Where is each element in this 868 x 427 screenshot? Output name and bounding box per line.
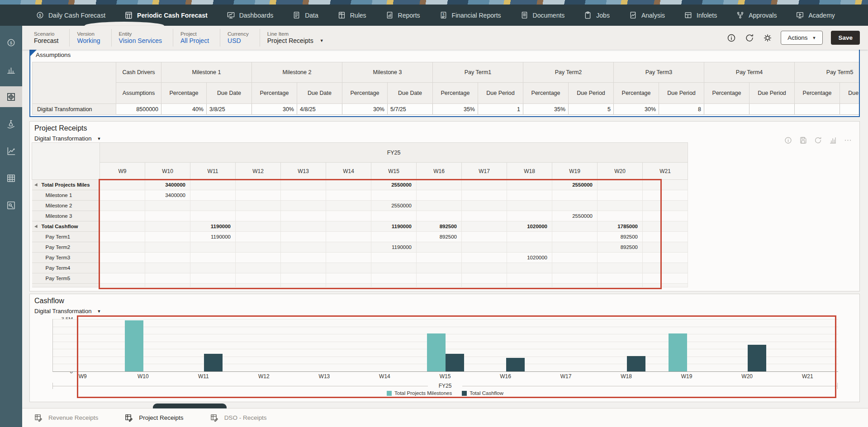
- chart-bar-total-cashflow-w18[interactable]: [627, 356, 645, 371]
- grid-cell[interactable]: [643, 221, 688, 232]
- grid-cell[interactable]: [598, 190, 643, 201]
- grid-cell[interactable]: [281, 253, 326, 263]
- grid-cell[interactable]: [326, 273, 371, 284]
- grid-cell[interactable]: [507, 273, 552, 284]
- grid-cell[interactable]: [100, 242, 145, 253]
- grid-cell[interactable]: [643, 201, 688, 211]
- grid-cell[interactable]: [643, 211, 688, 221]
- grid-cell[interactable]: [281, 263, 326, 273]
- grid-cell[interactable]: 2550000: [552, 180, 598, 190]
- pov-member-value[interactable]: Forecast: [34, 37, 58, 45]
- grid-cell[interactable]: [643, 190, 688, 201]
- nav-tab-infolets[interactable]: Infolets: [674, 5, 726, 26]
- grid-row-header-pay-term1[interactable]: Pay Term1: [32, 232, 100, 242]
- grid-cell[interactable]: 3400000: [145, 190, 190, 201]
- grid-cell[interactable]: [100, 221, 145, 232]
- nav-tab-analysis[interactable]: Analysis: [619, 5, 674, 26]
- grid-cell[interactable]: [100, 190, 145, 201]
- grid-cell[interactable]: [598, 201, 643, 211]
- grid-cell[interactable]: [145, 201, 190, 211]
- assumptions-cell[interactable]: 30%: [342, 104, 388, 115]
- grid-cell[interactable]: 1190000: [190, 221, 236, 232]
- grid-cell[interactable]: [326, 242, 371, 253]
- grid-cell[interactable]: [145, 242, 190, 253]
- grid-cell[interactable]: [462, 190, 507, 201]
- assumptions-cell[interactable]: [795, 104, 840, 115]
- legend-item-total-cashflow[interactable]: Total Cashflow: [462, 390, 503, 396]
- grid-cell[interactable]: [507, 263, 552, 273]
- grid-cell[interactable]: [462, 221, 507, 232]
- bottom-tab-dso-receipts[interactable]: DSO - Receipts: [210, 413, 267, 422]
- grid-cell[interactable]: [100, 273, 145, 284]
- grid-cell[interactable]: [417, 180, 462, 190]
- grid-cell[interactable]: 892500: [417, 221, 462, 232]
- grid-cell[interactable]: 2550000: [371, 201, 417, 211]
- grid-cell[interactable]: [552, 263, 598, 273]
- pov-member-value[interactable]: USD: [228, 37, 249, 45]
- grid-cell[interactable]: [417, 273, 462, 284]
- collapse-triangle-icon[interactable]: [34, 183, 39, 188]
- chart-bar-total-projects-milestones-w15[interactable]: [427, 333, 446, 372]
- sidebar-item-bar-chart[interactable]: [0, 59, 22, 80]
- nav-tab-documents[interactable]: Documents: [511, 5, 574, 26]
- grid-cell[interactable]: [281, 211, 326, 221]
- grid-cell[interactable]: 1190000: [371, 242, 417, 253]
- assumptions-cell[interactable]: 5/7/25: [388, 104, 433, 115]
- chart-bar-total-projects-milestones-w19[interactable]: [669, 333, 687, 372]
- grid-cell[interactable]: [371, 211, 417, 221]
- grid-cell[interactable]: [417, 211, 462, 221]
- grid-row-header-total-projects-miles[interactable]: Total Projects Miles: [32, 180, 100, 190]
- grid-cell[interactable]: [598, 211, 643, 221]
- grid-cell[interactable]: [417, 253, 462, 263]
- grid-cell[interactable]: 892500: [417, 232, 462, 242]
- pov-member-value[interactable]: All Project: [180, 37, 209, 45]
- grid-cell[interactable]: 2550000: [552, 211, 598, 221]
- grid-cell[interactable]: [552, 253, 598, 263]
- grid-cell[interactable]: [326, 253, 371, 263]
- save-button[interactable]: Save: [831, 31, 860, 45]
- nav-tab-dashboards[interactable]: Dashboards: [217, 5, 283, 26]
- grid-row-header-milestone-3[interactable]: Milestone 3: [32, 211, 100, 221]
- grid-cell[interactable]: [552, 273, 598, 284]
- assumptions-cell[interactable]: 30%: [252, 104, 297, 115]
- grid-cell[interactable]: [462, 180, 507, 190]
- grid-cell[interactable]: [643, 263, 688, 273]
- assumptions-cell[interactable]: 8500000: [116, 104, 161, 115]
- chart-icon[interactable]: [829, 136, 837, 145]
- chart-bar-total-cashflow-w15[interactable]: [446, 354, 464, 371]
- grid-cell[interactable]: [462, 242, 507, 253]
- assumptions-cell[interactable]: 35%: [523, 104, 569, 115]
- grid-cell[interactable]: [145, 273, 190, 284]
- grid-cell[interactable]: [371, 263, 417, 273]
- grid-cell[interactable]: [326, 211, 371, 221]
- grid-cell[interactable]: [598, 273, 643, 284]
- grid-cell[interactable]: [236, 190, 281, 201]
- grid-cell[interactable]: 1785000: [598, 221, 643, 232]
- grid-cell[interactable]: [100, 263, 145, 273]
- grid-cell[interactable]: [236, 211, 281, 221]
- pov-member-value[interactable]: Project Receipts▼: [267, 37, 324, 45]
- grid-cell[interactable]: [145, 232, 190, 242]
- grid-cell[interactable]: [552, 190, 598, 201]
- grid-cell[interactable]: [462, 232, 507, 242]
- grid-cell[interactable]: [326, 221, 371, 232]
- grid-cell[interactable]: [145, 253, 190, 263]
- grid-cell[interactable]: [371, 253, 417, 263]
- pov-member-value[interactable]: Vision Services: [119, 37, 162, 45]
- assumptions-cell[interactable]: 8: [659, 104, 704, 115]
- grid-cell[interactable]: [190, 201, 236, 211]
- nav-tab-approvals[interactable]: Approvals: [726, 5, 786, 26]
- grid-cell[interactable]: 2550000: [371, 180, 417, 190]
- grid-cell[interactable]: [598, 263, 643, 273]
- grid-cell[interactable]: [326, 201, 371, 211]
- grid-cell[interactable]: [507, 242, 552, 253]
- grid-cell[interactable]: [236, 201, 281, 211]
- assumptions-cell[interactable]: [704, 104, 749, 115]
- grid-cell[interactable]: [462, 263, 507, 273]
- grid-cell[interactable]: [326, 180, 371, 190]
- project-selector[interactable]: Digital Transformation ▼: [30, 132, 101, 142]
- chart-bar-total-cashflow-w20[interactable]: [748, 345, 766, 371]
- refresh-icon[interactable]: [814, 136, 822, 145]
- grid-cell[interactable]: [507, 190, 552, 201]
- assumptions-cell[interactable]: 5: [569, 104, 614, 115]
